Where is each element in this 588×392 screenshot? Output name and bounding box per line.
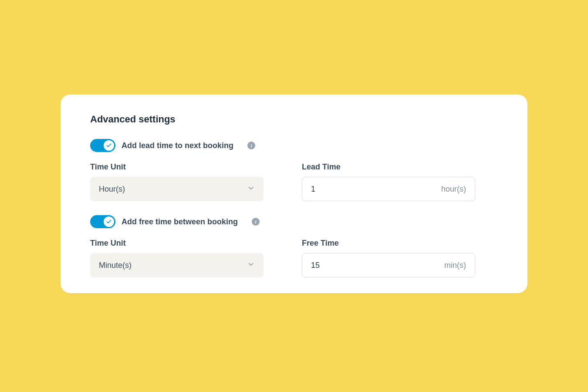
chevron-down-icon: [247, 184, 255, 194]
toggle-knob: [104, 140, 114, 151]
lead-time-toggle-row: Add lead time to next booking i: [90, 139, 498, 152]
free-time-input[interactable]: [311, 261, 444, 270]
lead-time-form-row: Time Unit Hour(s) Lead Time hour(s): [90, 162, 498, 201]
lead-time-input[interactable]: [311, 185, 441, 194]
free-time-unit-select[interactable]: Minute(s): [90, 253, 264, 277]
free-time-toggle-label: Add free time between booking: [122, 217, 238, 226]
lead-time-suffix: hour(s): [441, 185, 466, 194]
lead-time-toggle-label: Add lead time to next booking: [122, 141, 233, 150]
lead-time-unit-select[interactable]: Hour(s): [90, 177, 264, 201]
lead-time-value-col: Lead Time hour(s): [302, 162, 498, 201]
check-icon: [106, 142, 112, 149]
info-icon[interactable]: i: [252, 218, 260, 226]
lead-time-unit-col: Time Unit Hour(s): [90, 162, 286, 201]
toggle-knob: [104, 216, 114, 227]
time-unit-label: Time Unit: [90, 162, 286, 172]
free-time-toggle-row: Add free time between booking i: [90, 215, 498, 228]
lead-time-input-wrap: hour(s): [302, 177, 475, 201]
free-time-value-col: Free Time min(s): [302, 239, 498, 277]
info-icon[interactable]: i: [247, 142, 255, 149]
advanced-settings-card: Advanced settings Add lead time to next …: [61, 95, 527, 293]
free-time-label: Free Time: [302, 239, 498, 248]
select-value: Minute(s): [99, 261, 132, 270]
card-title: Advanced settings: [90, 114, 498, 125]
lead-time-label: Lead Time: [302, 162, 498, 172]
select-value: Hour(s): [99, 185, 125, 194]
free-time-input-wrap: min(s): [302, 253, 475, 277]
lead-time-toggle[interactable]: [90, 139, 115, 152]
free-time-form-row: Time Unit Minute(s) Free Time min(s): [90, 239, 498, 277]
check-icon: [106, 219, 112, 225]
free-time-toggle[interactable]: [90, 215, 115, 228]
time-unit-label: Time Unit: [90, 239, 286, 248]
free-time-suffix: min(s): [444, 261, 466, 270]
free-time-unit-col: Time Unit Minute(s): [90, 239, 286, 277]
chevron-down-icon: [247, 260, 255, 270]
